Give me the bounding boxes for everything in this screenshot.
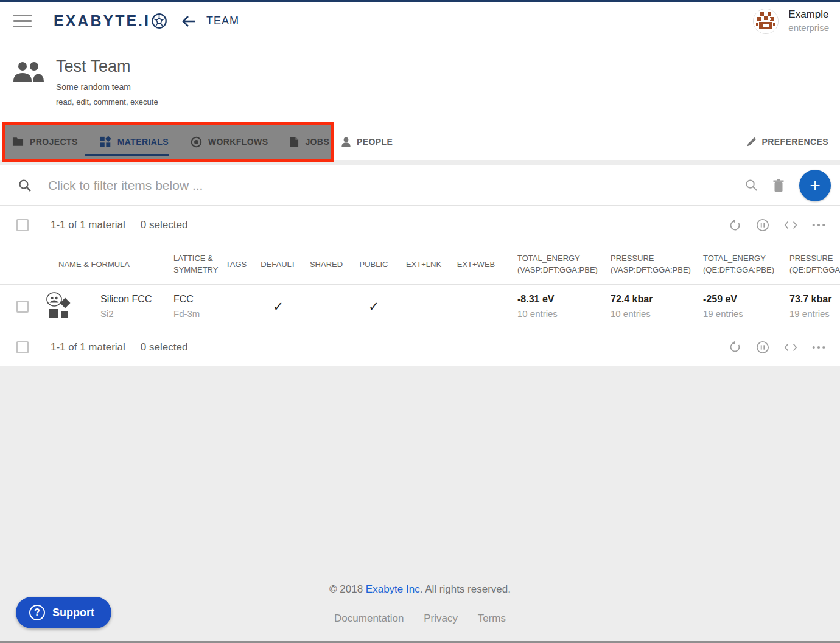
tab-projects-label: PROJECTS bbox=[30, 137, 78, 147]
document-icon bbox=[290, 136, 299, 148]
total-energy-vasp-entries: 10 entries bbox=[517, 308, 595, 319]
search-button[interactable] bbox=[745, 179, 758, 192]
column-tags[interactable]: TAGS bbox=[218, 259, 254, 271]
public-checkmark-icon: ✓ bbox=[351, 299, 397, 314]
back-arrow-icon[interactable] bbox=[181, 14, 197, 29]
copyright-suffix: . All rights reserved. bbox=[420, 583, 511, 595]
team-description: Some random team bbox=[56, 82, 158, 92]
column-total-energy-vasp[interactable]: TOTAL_ENERGY(VASP:DFT:GGA:PBE) bbox=[502, 253, 595, 276]
table-toolbar-top: 1-1 of 1 material 0 selected bbox=[0, 206, 840, 245]
pressure-vasp-entries: 10 entries bbox=[611, 308, 687, 319]
column-default[interactable]: DEFAULT bbox=[254, 259, 302, 271]
team-permissions: read, edit, comment, execute bbox=[56, 97, 158, 106]
ellipsis-icon bbox=[812, 223, 825, 227]
total-energy-qe-entries: 19 entries bbox=[703, 308, 774, 319]
material-symmetry: Fd-3m bbox=[173, 308, 218, 319]
annotation-rectangle: PROJECTS MATERIALS WORKFLOWS JOBS bbox=[2, 122, 334, 162]
column-pressure-vasp[interactable]: PRESSURE(VASP:DFT:GGA:PBE) bbox=[595, 253, 687, 276]
filter-search-icon bbox=[18, 179, 32, 192]
exabyte-logo[interactable]: EXABYTE.I bbox=[54, 12, 167, 30]
ellipsis-icon bbox=[812, 346, 825, 349]
terms-link[interactable]: Terms bbox=[478, 613, 506, 624]
support-label: Support bbox=[52, 607, 94, 619]
column-public[interactable]: PUBLIC bbox=[351, 259, 397, 271]
pause-circle-icon bbox=[756, 218, 769, 232]
filter-input[interactable] bbox=[48, 178, 745, 193]
material-name[interactable]: Silicon FCC bbox=[100, 294, 157, 305]
items-count: 1-1 of 1 material bbox=[51, 219, 125, 231]
select-all-checkbox-bottom[interactable] bbox=[16, 341, 29, 353]
footer-links: Documentation Privacy Terms bbox=[0, 613, 840, 625]
page-title: TEAM bbox=[206, 15, 239, 27]
tab-materials-label: MATERIALS bbox=[117, 137, 169, 147]
company-link[interactable]: Exabyte Inc bbox=[366, 583, 420, 595]
user-name: Example bbox=[788, 8, 829, 22]
total-energy-qe-value: -259 eV bbox=[703, 294, 774, 305]
column-lattice-symmetry[interactable]: LATTICE &SYMMETRY bbox=[157, 253, 218, 276]
team-name: Test Team bbox=[56, 57, 158, 76]
column-name-formula[interactable]: NAME & FORMULA bbox=[39, 259, 157, 271]
tab-projects[interactable]: PROJECTS bbox=[12, 137, 78, 147]
rotate-left-icon bbox=[729, 219, 741, 232]
more-options-button-bottom[interactable] bbox=[812, 346, 825, 349]
select-all-checkbox[interactable] bbox=[16, 219, 29, 231]
user-info: Example enterprise bbox=[788, 8, 829, 34]
tab-people-label: PEOPLE bbox=[357, 137, 393, 147]
column-ext-web[interactable]: EXT+WEB bbox=[450, 259, 502, 271]
user-role: enterprise bbox=[788, 22, 829, 34]
trash-icon bbox=[772, 179, 785, 192]
tab-preferences[interactable]: PREFERENCES bbox=[746, 123, 828, 160]
active-tab-underline bbox=[85, 154, 169, 156]
code-view-button[interactable] bbox=[784, 220, 797, 230]
pause-button[interactable] bbox=[756, 218, 769, 232]
default-checkmark-icon: ✓ bbox=[254, 299, 302, 314]
column-shared[interactable]: SHARED bbox=[302, 259, 351, 271]
selected-count-bottom: 0 selected bbox=[141, 341, 188, 353]
add-material-button[interactable]: + bbox=[799, 170, 831, 201]
logo-text: EXABYTE.I bbox=[54, 12, 150, 30]
materials-icon bbox=[100, 136, 111, 148]
support-button[interactable]: ? Support bbox=[16, 597, 111, 628]
logo-ball-icon bbox=[151, 13, 167, 29]
pressure-qe-entries: 19 entries bbox=[789, 308, 840, 319]
refresh-button[interactable] bbox=[729, 219, 741, 232]
tab-people[interactable]: PEOPLE bbox=[341, 123, 393, 160]
search-icon bbox=[745, 179, 758, 192]
total-energy-vasp-value: -8.31 eV bbox=[517, 294, 595, 305]
pause-button-bottom[interactable] bbox=[756, 341, 769, 354]
code-icon bbox=[784, 220, 797, 230]
privacy-link[interactable]: Privacy bbox=[424, 613, 458, 624]
user-avatar[interactable] bbox=[753, 9, 779, 34]
table-header-row: NAME & FORMULA LATTICE &SYMMETRY TAGS DE… bbox=[0, 245, 840, 285]
pause-circle-icon bbox=[756, 341, 769, 354]
menu-icon[interactable] bbox=[13, 15, 32, 27]
material-table-row[interactable]: Silicon FCC Si2 FCC Fd-3m ✓ ✓ -8.31 eV 1… bbox=[0, 285, 840, 328]
table-toolbar-bottom: 1-1 of 1 material 0 selected bbox=[0, 328, 840, 366]
plus-icon: + bbox=[810, 175, 821, 196]
row-checkbox[interactable] bbox=[16, 301, 29, 313]
tab-workflows-label: WORKFLOWS bbox=[208, 137, 268, 147]
app-bar: EXABYTE.I TEAM bbox=[0, 2, 840, 40]
tab-workflows[interactable]: WORKFLOWS bbox=[191, 136, 268, 148]
column-pressure-qe[interactable]: PRESSURE(QE:DFT:GGA: bbox=[774, 253, 840, 276]
rotate-left-icon bbox=[729, 341, 741, 353]
tab-jobs-label: JOBS bbox=[305, 137, 329, 147]
pencil-icon bbox=[746, 137, 757, 147]
tab-materials[interactable]: MATERIALS bbox=[100, 136, 169, 148]
items-count-bottom: 1-1 of 1 material bbox=[51, 341, 125, 353]
refresh-button-bottom[interactable] bbox=[729, 341, 741, 353]
radio-circle-icon bbox=[191, 136, 202, 148]
code-icon bbox=[784, 342, 797, 352]
tab-jobs[interactable]: JOBS bbox=[290, 136, 329, 148]
documentation-link[interactable]: Documentation bbox=[334, 613, 404, 624]
more-options-button[interactable] bbox=[812, 223, 825, 227]
column-total-energy-qe[interactable]: TOTAL_ENERGY(QE:DFT:GGA:PBE) bbox=[687, 253, 774, 276]
copyright-prefix: © 2018 bbox=[329, 583, 363, 595]
material-formula: Si2 bbox=[100, 308, 157, 319]
code-view-button-bottom[interactable] bbox=[784, 342, 797, 352]
team-people-icon bbox=[9, 52, 47, 123]
column-ext-lnk[interactable]: EXT+LNK bbox=[397, 259, 450, 271]
material-type-icon bbox=[39, 292, 83, 321]
selected-count: 0 selected bbox=[141, 219, 188, 231]
delete-button[interactable] bbox=[772, 179, 785, 192]
